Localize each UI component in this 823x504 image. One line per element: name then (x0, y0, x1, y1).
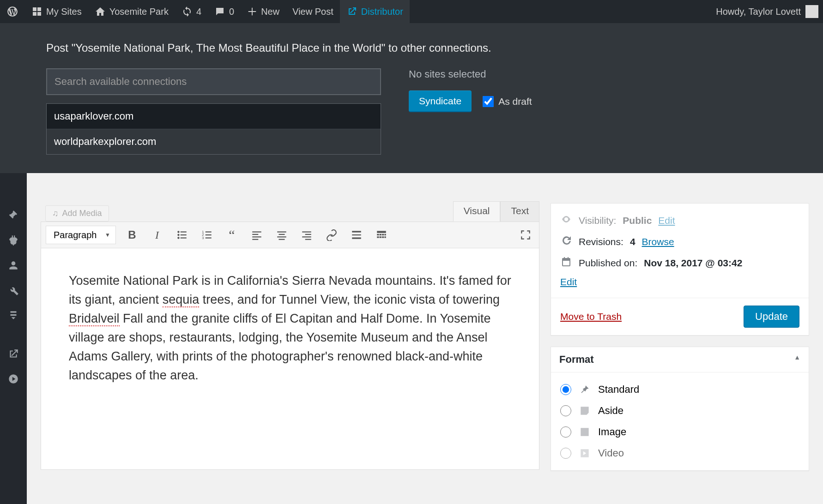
svg-point-6 (177, 234, 179, 236)
my-sites-link[interactable]: My Sites (25, 0, 88, 23)
tab-text[interactable]: Text (500, 201, 539, 222)
svg-rect-19 (252, 239, 258, 240)
editor-content[interactable]: Yosemite National Park is in California'… (41, 248, 539, 470)
bullet-list-button[interactable] (173, 226, 191, 244)
site-name-link[interactable]: Yosemite Park (88, 0, 175, 23)
as-draft-checkbox[interactable] (483, 96, 494, 107)
plus-icon (247, 6, 257, 17)
svg-rect-9 (181, 237, 187, 238)
toolbar-toggle-button[interactable] (373, 226, 390, 244)
svg-rect-5 (181, 231, 187, 232)
updates-icon (182, 6, 193, 17)
as-draft-checkbox-wrap[interactable]: As draft (483, 96, 532, 107)
distributor-menu-icon[interactable] (0, 342, 27, 366)
format-aside-label: Aside (598, 405, 623, 417)
user-menu[interactable]: Howdy, Taylor Lovett (716, 5, 823, 18)
users-icon[interactable] (0, 253, 27, 278)
svg-rect-37 (380, 236, 381, 238)
format-video[interactable]: Video (560, 443, 799, 464)
site-name-label: Yosemite Park (109, 6, 169, 17)
add-media-button[interactable]: ♫ Add Media (45, 205, 109, 222)
wp-logo[interactable] (0, 0, 25, 23)
fullscreen-button[interactable] (517, 226, 534, 244)
my-sites-label: My Sites (46, 6, 82, 17)
visibility-edit-link[interactable]: Edit (658, 215, 675, 226)
align-left-button[interactable] (248, 226, 266, 244)
svg-rect-38 (382, 236, 384, 238)
media-icon[interactable] (0, 366, 27, 391)
svg-rect-18 (252, 236, 261, 237)
image-icon (578, 425, 592, 439)
browse-revisions-link[interactable]: Browse (642, 236, 674, 247)
comments-link[interactable]: 0 (208, 0, 241, 23)
connection-item[interactable]: usaparklover.com (47, 104, 381, 129)
align-right-button[interactable] (298, 226, 315, 244)
format-video-label: Video (598, 447, 624, 459)
svg-rect-0 (11, 311, 17, 312)
svg-rect-29 (352, 234, 361, 235)
distributor-label: Distributor (361, 6, 403, 17)
svg-rect-7 (181, 234, 187, 235)
format-standard-radio[interactable] (560, 384, 571, 395)
settings-icon[interactable] (0, 303, 27, 328)
svg-rect-1 (11, 314, 17, 316)
numbered-list-button[interactable]: 123 (198, 226, 216, 244)
new-content-link[interactable]: New (241, 0, 286, 23)
svg-rect-27 (305, 239, 311, 240)
home-icon (95, 6, 106, 17)
move-to-trash-link[interactable]: Move to Trash (560, 311, 622, 322)
tools-icon[interactable] (0, 278, 27, 303)
svg-rect-13 (206, 234, 212, 235)
svg-rect-36 (377, 236, 379, 238)
updates-count: 4 (196, 6, 201, 17)
published-edit-link[interactable]: Edit (560, 276, 577, 287)
format-image[interactable]: Image (560, 421, 799, 443)
format-box-title: Format (559, 354, 594, 366)
updates-link[interactable]: 4 (175, 0, 208, 23)
published-label: Published on: (579, 258, 637, 269)
svg-rect-39 (385, 236, 386, 238)
add-media-label: Add Media (62, 209, 102, 218)
toggle-icon[interactable]: ▲ (794, 354, 800, 366)
format-standard[interactable]: Standard (560, 379, 799, 400)
blockquote-button[interactable]: “ (223, 226, 241, 244)
editor-toolbar: Paragraph B I 123 “ (41, 222, 539, 248)
connection-item[interactable]: worldparkexplorer.com (47, 129, 381, 154)
greeting-label: Howdy, Taylor Lovett (716, 6, 801, 17)
syndicate-button[interactable]: Syndicate (409, 90, 472, 112)
revisions-icon (560, 235, 572, 249)
svg-rect-35 (385, 234, 386, 235)
search-connections-input[interactable] (46, 68, 381, 95)
calendar-icon (560, 256, 572, 270)
tab-visual[interactable]: Visual (453, 201, 501, 222)
video-icon (578, 446, 592, 460)
share-icon (346, 6, 357, 17)
format-box: Format ▲ Standard Aside (551, 347, 809, 471)
plugins-icon[interactable] (0, 228, 27, 253)
link-button[interactable] (323, 226, 340, 244)
format-video-radio[interactable] (560, 448, 571, 459)
comments-count: 0 (229, 6, 234, 17)
distributor-title: Post "Yosemite National Park, The Most B… (46, 42, 777, 54)
format-image-radio[interactable] (560, 426, 571, 438)
as-draft-label: As draft (498, 96, 532, 107)
distributor-link[interactable]: Distributor (340, 0, 410, 23)
align-center-button[interactable] (273, 226, 290, 244)
paragraph-select[interactable]: Paragraph (46, 226, 116, 244)
aside-icon (578, 404, 592, 418)
published-value: Nov 18, 2017 @ 03:42 (644, 258, 742, 269)
update-button[interactable]: Update (744, 306, 799, 328)
svg-rect-30 (352, 237, 361, 239)
format-aside[interactable]: Aside (560, 400, 799, 421)
format-aside-radio[interactable] (560, 405, 571, 416)
read-more-button[interactable] (348, 226, 365, 244)
admin-bar: My Sites Yosemite Park 4 0 New View Post… (0, 0, 823, 23)
connections-list: usaparklover.com worldparkexplorer.com (46, 103, 381, 155)
view-post-label: View Post (292, 6, 333, 17)
svg-rect-23 (279, 239, 285, 240)
svg-rect-24 (302, 231, 311, 232)
bold-button[interactable]: B (123, 226, 141, 244)
italic-button[interactable]: I (148, 226, 166, 244)
appearance-icon[interactable] (0, 203, 27, 228)
view-post-link[interactable]: View Post (286, 0, 340, 23)
